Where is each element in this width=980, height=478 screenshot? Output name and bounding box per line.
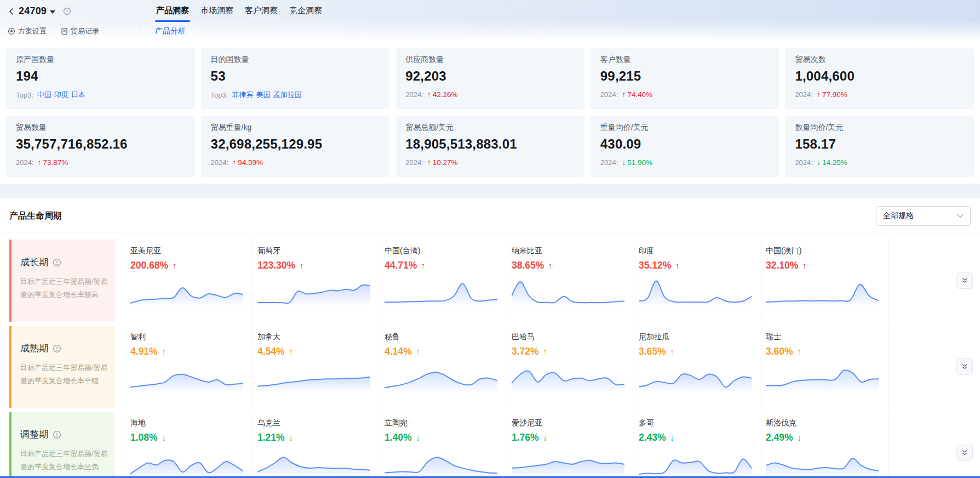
expand-row-button[interactable]: [956, 272, 973, 289]
country-growth: 4.91%↑: [130, 346, 247, 357]
stat-card-sub: Top3:中国印度日本: [16, 90, 185, 100]
trend-sparkline: [385, 447, 497, 477]
info-icon[interactable]: [63, 7, 71, 15]
stats-section: 原产国数量194Top3:中国印度日本目的国数量53Top3:菲律宾美国孟加拉国…: [0, 39, 980, 177]
growth-percent: 123.30%: [257, 260, 295, 271]
plan-settings-link[interactable]: 方案设置: [8, 26, 47, 36]
country-trend-cell[interactable]: 智利4.91%↑: [126, 326, 253, 408]
country-trend-cell[interactable]: 爱沙尼亚1.76%↓: [507, 412, 634, 478]
country-trend-cell[interactable]: 乌克兰1.21%↓: [253, 412, 380, 478]
country-name: 乌克兰: [257, 418, 374, 428]
document-icon: [61, 27, 68, 35]
stat-card-sub: 2024:↑74.40%: [600, 90, 770, 99]
country-name: 立陶宛: [385, 418, 501, 428]
top3-country-link[interactable]: 印度: [54, 90, 68, 100]
country-trend-cell[interactable]: 印度35.12%↑: [634, 240, 761, 322]
stat-card-label: 贸易重量/kg: [211, 123, 380, 133]
trade-records-label: 贸易记录: [71, 26, 99, 36]
top3-country-link[interactable]: 孟加拉国: [273, 90, 301, 100]
tab-product-insight[interactable]: 产品洞察: [155, 5, 190, 22]
yoy-percent: 94.59%: [238, 158, 263, 167]
tab-market-insight[interactable]: 市场洞察: [199, 5, 234, 22]
country-trend-cell[interactable]: 亚美尼亚200.68%↑: [126, 240, 253, 322]
country-trend-cell[interactable]: 纳米比亚38.65%↑: [507, 240, 634, 322]
yoy-percent: 51.90%: [627, 158, 652, 167]
country-growth: 3.72%↑: [512, 346, 628, 357]
expand-row-button[interactable]: [956, 358, 973, 375]
stat-card-sub: 2024:↓14.25%: [795, 158, 964, 167]
country-trend-cell[interactable]: 秘鲁4.14%↑: [380, 326, 507, 408]
stage-description: 目标产品近三年贸易额/贸易量的季度复合增长率呈负: [20, 447, 109, 474]
trend-up-icon: ↑: [416, 347, 420, 357]
yoy-percent: 14.25%: [822, 158, 847, 167]
country-trend-cell[interactable]: 加拿大4.54%↑: [253, 326, 380, 408]
yoy-year-label: 2024:: [405, 90, 423, 99]
yoy-year-label: 2024:: [795, 158, 813, 167]
lifecycle-row: 成熟期目标产品近三年贸易额/贸易量的季度复合增长率平稳智利4.91%↑加拿大4.…: [0, 326, 980, 408]
stat-card-label: 数量均价/美元: [795, 123, 964, 133]
expand-row-button[interactable]: [956, 445, 973, 461]
country-name: 加拿大: [257, 332, 374, 342]
yoy-percent: 73.87%: [43, 158, 68, 167]
lifecycle-row: 调整期目标产品近三年贸易额/贸易量的季度复合增长率呈负海地1.08%↓乌克兰1.…: [0, 412, 980, 478]
country-trend-cell[interactable]: 斯洛伐克2.49%↓: [761, 412, 889, 478]
country-trend-cell[interactable]: 中国(澳门)32.10%↑: [761, 240, 889, 322]
info-icon[interactable]: [53, 430, 61, 439]
country-trend-cell[interactable]: 巴哈马3.72%↑: [507, 326, 634, 408]
trend-up-icon: ↑: [427, 90, 431, 99]
trend-sparkline: [639, 447, 752, 477]
growth-percent: 32.10%: [766, 260, 798, 271]
trade-records-link[interactable]: 贸易记录: [61, 26, 99, 36]
country-growth: 1.40%↓: [385, 432, 501, 443]
trend-down-icon: ↓: [670, 433, 674, 443]
insight-tabs: 产品洞察 市场洞察 客户洞察 竞企洞察: [155, 5, 333, 22]
growth-percent: 3.72%: [512, 346, 539, 357]
tab-competitor-insight[interactable]: 竞企洞察: [288, 5, 323, 22]
country-growth: 38.65%↑: [512, 260, 628, 271]
plan-title[interactable]: 24709: [19, 5, 47, 17]
top3-country-link[interactable]: 日本: [71, 90, 85, 100]
target-icon: [8, 27, 15, 35]
trend-sparkline: [639, 361, 752, 391]
lifecycle-stage-card: 调整期目标产品近三年贸易额/贸易量的季度复合增长率呈负: [9, 412, 115, 478]
trend-up-icon: ↑: [802, 261, 806, 271]
trend-up-icon: ↑: [548, 261, 552, 271]
trend-sparkline: [130, 447, 243, 477]
country-trend-cell[interactable]: 多哥2.43%↓: [634, 412, 761, 478]
tab-customer-insight[interactable]: 客户洞察: [244, 5, 279, 22]
spec-filter-select[interactable]: 全部规格: [876, 206, 971, 226]
top3-country-link[interactable]: 中国: [37, 90, 51, 100]
trend-sparkline: [257, 447, 370, 477]
caret-down-icon[interactable]: [50, 10, 55, 14]
top3-country-link[interactable]: 菲律宾: [232, 90, 253, 100]
country-trend-cell[interactable]: 立陶宛1.40%↓: [380, 412, 507, 478]
country-trend-cell[interactable]: 瑞士3.60%↑: [761, 326, 889, 408]
trend-down-icon: ↓: [543, 433, 547, 443]
country-trend-cell[interactable]: 中国(台湾)44.71%↑: [380, 240, 507, 322]
info-icon[interactable]: [53, 344, 61, 353]
country-name: 印度: [639, 246, 755, 256]
back-icon[interactable]: [8, 7, 15, 16]
growth-percent: 4.91%: [130, 346, 158, 357]
stat-card-value: 18,905,513,883.01: [405, 136, 575, 152]
stat-card-value: 1,004,600: [795, 69, 964, 84]
stat-card: 贸易重量/kg32,698,255,129.952024:↑94.59%: [201, 116, 390, 177]
double-chevron-down-icon: [961, 363, 968, 370]
app-window: 24709 方案设置 贸易记录 产品洞察 市场洞察 客户洞察 竞企洞察 产品分析: [0, 0, 980, 478]
stat-card-label: 客户数量: [600, 55, 770, 65]
stat-card-sub: 2024:↑42.26%: [405, 90, 575, 99]
country-growth: 4.54%↑: [257, 346, 374, 357]
info-icon[interactable]: [53, 258, 61, 267]
country-trend-cell[interactable]: 海地1.08%↓: [126, 412, 253, 478]
growth-percent: 4.54%: [257, 346, 285, 357]
trend-sparkline: [385, 361, 497, 391]
country-trend-cell[interactable]: 尼加拉瓜3.65%↑: [634, 326, 761, 408]
country-trend-cell[interactable]: 葡萄牙123.30%↑: [253, 240, 380, 322]
spec-filter-value: 全部规格: [883, 211, 914, 221]
top3-country-link[interactable]: 美国: [256, 90, 270, 100]
stat-card: 贸易总额/美元18,905,513,883.012024:↑10.27%: [396, 116, 584, 177]
subtab-product-analysis[interactable]: 产品分析: [155, 26, 186, 36]
stat-cards-row-2: 贸易数量35,757,716,852.162024:↑73.87%贸易重量/kg…: [6, 116, 974, 177]
stat-card-label: 重量均价/美元: [600, 123, 770, 133]
stage-title-row: 成长期: [20, 256, 106, 269]
